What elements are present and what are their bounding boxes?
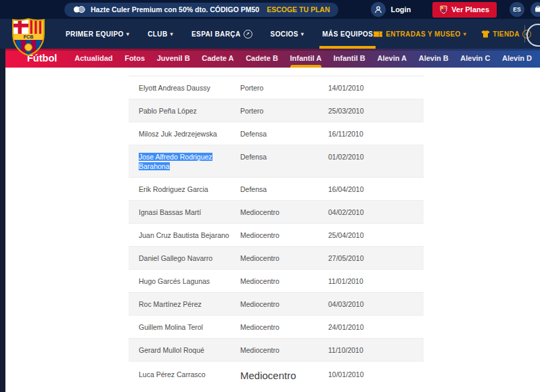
fcb-crest-logo[interactable]: FCB bbox=[11, 18, 46, 59]
nav-item-club[interactable]: CLUB▾ bbox=[148, 19, 173, 49]
player-birthdate: 16/11/2010 bbox=[328, 129, 424, 139]
tab-label: Fotos bbox=[125, 54, 145, 62]
table-row[interactable]: Erik Rodriguez GarciaDefensa16/04/2010 bbox=[129, 177, 424, 200]
player-position: Mediocentro bbox=[240, 370, 328, 382]
login-button[interactable]: Login bbox=[371, 2, 411, 17]
player-name: Pablo Peña López bbox=[139, 107, 197, 115]
tab-actualidad[interactable]: Actualidad bbox=[74, 49, 112, 68]
nav-item-primer-equipo[interactable]: PRIMER EQUIPO▾ bbox=[66, 19, 129, 49]
nav-item-entradas-y-museo[interactable]: ENTRADAS Y MUSEO▾ bbox=[373, 19, 466, 49]
tab-juvenil-b[interactable]: Juvenil B bbox=[157, 49, 190, 68]
table-row[interactable]: Elyott Andreas DaussyPortero14/01/2010 bbox=[129, 76, 424, 99]
language-button[interactable]: ES bbox=[510, 2, 524, 17]
table-row[interactable]: Milosz Juk JedrzejewskaDefensa16/11/2010 bbox=[129, 122, 424, 145]
tab-infantil-b[interactable]: Infantil B bbox=[334, 49, 365, 68]
external-link-icon: ↗ bbox=[244, 30, 252, 39]
chevron-down-icon: ▾ bbox=[301, 31, 304, 37]
nav-item-mas-equipos[interactable]: MÁS EQUIPOS bbox=[322, 19, 373, 49]
main-navbar: PRIMER EQUIPO▾CLUB▾ESPAI BARÇA↗SOCIOS▾MÁ… bbox=[0, 19, 540, 49]
player-birthdate: 11/10/2010 bbox=[328, 345, 424, 355]
active-tab-underline bbox=[290, 65, 321, 68]
main-menu: PRIMER EQUIPO▾CLUB▾ESPAI BARÇA↗SOCIOS▾MÁ… bbox=[66, 19, 373, 49]
tab-label: Actualidad bbox=[74, 54, 112, 62]
player-position: Mediocentro bbox=[240, 253, 328, 263]
section-bar: Fútbol ActualidadFotosJuvenil BCadete AC… bbox=[5, 49, 540, 68]
table-row[interactable]: Ignasi Bassas MartíMediocentro04/02/2010 bbox=[129, 200, 424, 223]
table-row[interactable]: Gerard Mullol RoquéMediocentro11/10/2010 bbox=[129, 338, 424, 361]
table-row[interactable]: Pablo Peña LópezPortero25/03/2010 bbox=[129, 99, 424, 122]
promo-bar-actions: Login Ver Planes ES bbox=[371, 0, 540, 19]
shop-icon[interactable] bbox=[531, 2, 540, 17]
table-row[interactable]: Jose Alfredo Rodriguez BarahonaDefensa01… bbox=[129, 145, 424, 177]
player-name: Gerard Mullol Roqué bbox=[139, 346, 204, 354]
tab-label: Alevin B bbox=[419, 54, 449, 62]
player-name: Hugo Garcés Lagunas bbox=[139, 277, 210, 285]
nav-item-socios[interactable]: SOCIOS▾ bbox=[271, 19, 305, 49]
promo-cta-link[interactable]: ESCOGE TU PLAN bbox=[267, 5, 330, 14]
player-name-cell: Milosz Juk Jedrzejewska bbox=[129, 129, 240, 139]
tab-label: Cadete B bbox=[246, 54, 278, 62]
player-name-cell: Gerard Mullol Roqué bbox=[129, 345, 240, 355]
table-row[interactable]: Roc Martínez PérezMediocentro04/03/2010 bbox=[129, 292, 424, 315]
ver-planes-button[interactable]: Ver Planes bbox=[432, 2, 497, 18]
nav-item-label: ENTRADAS Y MUSEO bbox=[386, 30, 461, 38]
player-name-cell: Hugo Garcés Lagunas bbox=[129, 276, 240, 286]
tab-label: Alevin A bbox=[377, 54, 407, 62]
user-icon bbox=[371, 2, 386, 17]
player-birthdate: 11/01/2010 bbox=[328, 276, 424, 286]
promo-message: Hazte Culer Premium con 50% dto. CÓDIGO … bbox=[91, 5, 259, 14]
player-birthdate: 25/03/2010 bbox=[328, 106, 424, 116]
player-birthdate: 16/04/2010 bbox=[328, 185, 424, 194]
tab-label: Alevin C bbox=[460, 54, 490, 62]
player-position: Portero bbox=[240, 83, 328, 93]
player-name-cell: Daniel Gallego Navarro bbox=[129, 253, 240, 263]
tab-label: Cadete A bbox=[202, 54, 233, 62]
svg-text:FCB: FCB bbox=[24, 34, 33, 39]
player-name-selected: Jose Alfredo Rodriguez Barahona bbox=[139, 153, 212, 170]
tab-alevin-d[interactable]: Alevin D bbox=[502, 49, 532, 68]
chevron-down-icon: ▾ bbox=[171, 31, 173, 37]
tab-alevin-b[interactable]: Alevin B bbox=[419, 49, 449, 68]
ver-planes-label: Ver Planes bbox=[451, 5, 489, 14]
player-position: Defensa bbox=[240, 152, 328, 162]
table-row[interactable]: Daniel Gallego NavarroMediocentro27/05/2… bbox=[129, 246, 424, 269]
player-birthdate: 04/03/2010 bbox=[328, 299, 424, 309]
tab-alevin-c[interactable]: Alevin C bbox=[460, 49, 490, 68]
tab-fotos[interactable]: Fotos bbox=[125, 49, 145, 68]
player-position: Mediocentro bbox=[240, 345, 328, 355]
player-birthdate: 01/02/2010 bbox=[328, 152, 424, 162]
player-birthdate: 14/01/2010 bbox=[328, 83, 424, 93]
player-name-cell: Pablo Peña López bbox=[129, 106, 240, 116]
gold-menu: ENTRADAS Y MUSEO▾TIENDA↗BARÇA ONE↗ bbox=[373, 19, 540, 49]
nav-item-tienda[interactable]: TIENDA↗ bbox=[481, 19, 531, 49]
tab-label: Juvenil B bbox=[157, 54, 190, 62]
player-name-cell: Juan Cruz Bautista Bejarano bbox=[129, 230, 240, 240]
nav-item-espai-barca[interactable]: ESPAI BARÇA↗ bbox=[192, 19, 252, 49]
table-row[interactable]: Guillem Molina TerolMediocentro24/01/201… bbox=[129, 315, 424, 338]
player-birthdate: 24/01/2010 bbox=[328, 322, 424, 332]
player-position: Mediocentro bbox=[240, 299, 328, 309]
team-tabs: ActualidadFotosJuvenil BCadete ACadete B… bbox=[74, 49, 532, 68]
player-name-cell: Roc Martínez Pérez bbox=[129, 299, 240, 309]
login-label: Login bbox=[390, 5, 411, 14]
nav-item-label: PRIMER EQUIPO bbox=[66, 30, 124, 38]
ticket-icon bbox=[373, 30, 383, 38]
nav-item-label: ESPAI BARÇA bbox=[192, 30, 241, 38]
crest-mini-icon bbox=[440, 5, 447, 14]
tab-cadete-a[interactable]: Cadete A bbox=[202, 49, 233, 68]
page: Hazte Culer Premium con 50% dto. CÓDIGO … bbox=[0, 0, 540, 392]
tab-cadete-b[interactable]: Cadete B bbox=[246, 49, 278, 68]
player-name-cell: Jose Alfredo Rodriguez Barahona bbox=[129, 152, 240, 171]
table-row[interactable]: Luca Pérez CarrascoMediocentro10/01/2010 bbox=[129, 361, 424, 391]
player-name-cell: Guillem Molina Terol bbox=[129, 322, 240, 332]
table-row[interactable]: Juan Cruz Bautista BejaranoMediocentro25… bbox=[129, 223, 424, 246]
player-birthdate: 10/01/2010 bbox=[328, 370, 424, 379]
tab-alevin-a[interactable]: Alevin A bbox=[377, 49, 407, 68]
promo-banner[interactable]: Hazte Culer Premium con 50% dto. CÓDIGO … bbox=[64, 3, 338, 17]
nav-item-label: SOCIOS bbox=[271, 30, 298, 38]
squad-table: Elyott Andreas DaussyPortero14/01/2010Pa… bbox=[129, 76, 424, 391]
table-row[interactable]: Hugo Garcés LagunasMediocentro11/01/2010 bbox=[129, 269, 424, 292]
chevron-down-icon: ▾ bbox=[464, 31, 466, 37]
player-birthdate: 04/02/2010 bbox=[328, 207, 424, 217]
tab-infantil-a[interactable]: Infantil A bbox=[290, 49, 321, 68]
